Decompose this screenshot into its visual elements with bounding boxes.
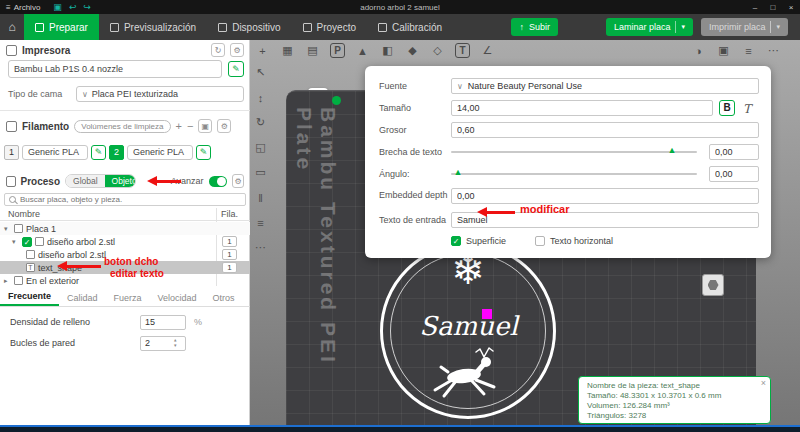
print-dropdown-icon[interactable]: ▾: [776, 23, 780, 31]
undo-icon[interactable]: ↩: [69, 2, 77, 12]
tree-row-plate[interactable]: ▾ Placa 1: [0, 222, 250, 235]
slice-plate-button[interactable]: Laminar placa ▾: [606, 18, 693, 36]
scale-tool-icon[interactable]: ◱: [252, 139, 269, 156]
filament-2-edit-button[interactable]: ✎: [196, 145, 211, 160]
upload-button[interactable]: ↑ Subir: [511, 18, 558, 36]
split-parts-icon[interactable]: P: [330, 43, 345, 58]
lay-flat-tool-icon[interactable]: ▭: [252, 164, 269, 181]
object-checkbox[interactable]: ✓: [22, 237, 32, 247]
print-plate-button[interactable]: Imprimir placa ▾: [701, 18, 788, 36]
tab-proyecto[interactable]: Proyecto: [292, 14, 367, 40]
param-tab-calidad[interactable]: Calidad: [59, 293, 106, 306]
move-tool-icon[interactable]: ↕: [252, 89, 269, 106]
assembly-view-icon[interactable]: ▣: [715, 42, 732, 59]
chevron-down-icon[interactable]: ▾: [4, 225, 11, 233]
remove-filament-icon[interactable]: −: [187, 120, 193, 132]
arrange-icon[interactable]: ▤: [304, 42, 321, 59]
add-filament-icon[interactable]: +: [176, 120, 182, 132]
more-tools-icon[interactable]: ⋯: [765, 42, 782, 59]
printer-select[interactable]: Bambu Lab P1S 0.4 nozzle: [8, 60, 222, 78]
fila-value[interactable]: 1: [222, 236, 237, 247]
italic-button[interactable]: T: [743, 102, 757, 116]
save-icon[interactable]: ▣: [53, 2, 62, 12]
slice-dropdown-icon[interactable]: ▾: [681, 23, 685, 31]
filament-settings-icon[interactable]: ⚙: [217, 119, 231, 133]
filament-2-select[interactable]: Generic PLA: [127, 145, 193, 160]
stepper-arrows[interactable]: ▾▾: [174, 338, 177, 348]
tab-preparar[interactable]: Preparar: [24, 14, 99, 40]
close-icon[interactable]: ×: [761, 378, 766, 388]
sculpt-icon[interactable]: ◇: [429, 42, 446, 59]
param-tab-fuerza[interactable]: Fuerza: [106, 293, 150, 306]
surface-option[interactable]: ✓ Superficie: [451, 236, 506, 246]
bed-type-select[interactable]: ∨ Placa PEI texturizada: [76, 86, 244, 102]
slider-thumb-icon[interactable]: ▲: [453, 167, 462, 177]
nav-bar: ⌂ Preparar Previsualización Dispositivo …: [0, 14, 800, 40]
printer-edit-button[interactable]: ✎: [228, 61, 244, 77]
add-icon[interactable]: +: [254, 42, 271, 59]
walls-input[interactable]: [140, 336, 186, 351]
filament-1-color[interactable]: 1: [4, 145, 19, 160]
close-button[interactable]: ×: [782, 3, 800, 12]
fila-value[interactable]: 1: [222, 249, 237, 260]
infill-input[interactable]: [140, 315, 186, 330]
tree-row-object[interactable]: ▾ ✓ diseño arbol 2.stl 1: [0, 235, 250, 248]
select-tool-icon[interactable]: ↖: [252, 64, 269, 81]
support-paint-icon[interactable]: ▲: [354, 42, 371, 59]
angle-value[interactable]: [709, 166, 759, 182]
printer-sync-icon[interactable]: ↻: [211, 43, 225, 57]
thickness-input[interactable]: [451, 122, 759, 138]
font-select[interactable]: ∨ Nature Beauty Personal Use: [451, 78, 759, 94]
split-tool-icon[interactable]: ‖: [252, 189, 269, 206]
scope-objects-button[interactable]: Objetos: [105, 175, 136, 187]
redo-icon[interactable]: ↪: [83, 2, 91, 12]
angle-slider[interactable]: ▲: [451, 166, 697, 182]
tab-dispositivo[interactable]: Dispositivo: [207, 14, 291, 40]
file-menu[interactable]: ≡ Archivo: [0, 0, 46, 14]
text-gap-slider[interactable]: ▲: [451, 144, 697, 160]
tab-calibracion[interactable]: Calibración: [367, 14, 453, 40]
home-button[interactable]: ⌂: [0, 14, 24, 40]
add-plate-icon[interactable]: ▦: [279, 42, 296, 59]
more-left-tools-icon[interactable]: ⋯: [252, 239, 269, 256]
printer-settings-icon[interactable]: ⚙: [230, 43, 244, 57]
filament-2-color[interactable]: 2: [109, 145, 124, 160]
maximize-button[interactable]: □: [764, 3, 782, 12]
paint-view-icon[interactable]: ◑: [690, 42, 707, 59]
surface-checkbox[interactable]: ✓: [451, 236, 461, 246]
model-text-samuel[interactable]: Samuel: [396, 311, 541, 341]
text-selection-handle[interactable]: [482, 309, 492, 319]
ams-icon[interactable]: ▣: [198, 119, 212, 133]
color-paint-icon[interactable]: ◧: [379, 42, 396, 59]
filament-1-edit-button[interactable]: ✎: [91, 145, 106, 160]
bold-button[interactable]: B: [719, 100, 735, 116]
param-tab-frecuente[interactable]: Frecuente: [0, 291, 59, 306]
search-input[interactable]: [20, 195, 241, 204]
chevron-down-icon[interactable]: ▾: [12, 238, 19, 246]
horizontal-text-option[interactable]: Texto horizontal: [535, 236, 613, 246]
plate-settings-button[interactable]: [702, 274, 724, 296]
param-tab-velocidad[interactable]: Velocidad: [150, 293, 205, 306]
layers-view-icon[interactable]: ≡: [740, 42, 757, 59]
text-gap-value[interactable]: [709, 144, 759, 160]
chevron-right-icon[interactable]: ▸: [4, 277, 11, 285]
filament-1-select[interactable]: Generic PLA: [22, 145, 88, 160]
slider-thumb-icon[interactable]: ▲: [667, 145, 676, 155]
process-settings-icon[interactable]: ⚙: [232, 174, 244, 188]
layers-tool-icon[interactable]: ≡: [252, 214, 269, 231]
scope-global-button[interactable]: Global: [66, 175, 105, 187]
embedded-depth-input[interactable]: [451, 188, 759, 204]
seam-icon[interactable]: ◆: [404, 42, 421, 59]
flush-volumes-button[interactable]: Volúmenes de limpieza: [74, 120, 170, 133]
annotation-editar-texto: editar texto: [110, 268, 164, 279]
horizontal-checkbox[interactable]: [535, 236, 545, 246]
size-input[interactable]: [451, 100, 713, 116]
minimize-button[interactable]: –: [746, 3, 764, 12]
rotate-tool-icon[interactable]: ↻: [252, 114, 269, 131]
param-tab-otros[interactable]: Otros: [205, 293, 243, 306]
fila-value[interactable]: 1: [222, 262, 237, 273]
text-tool-icon[interactable]: T: [455, 43, 470, 58]
advanced-toggle[interactable]: [209, 176, 227, 187]
measure-icon[interactable]: ∠: [479, 42, 496, 59]
tab-previsualizacion[interactable]: Previsualización: [99, 14, 207, 40]
